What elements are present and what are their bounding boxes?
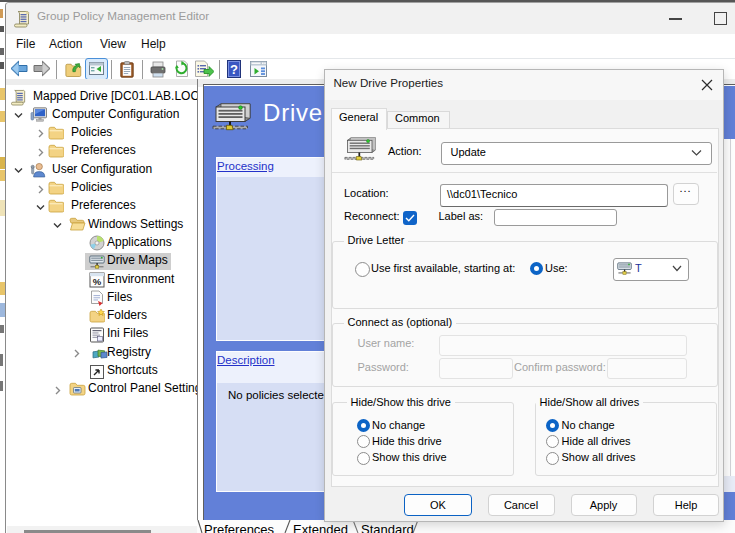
svg-text:%: %: [93, 276, 102, 287]
svg-text:?: ?: [230, 62, 238, 77]
